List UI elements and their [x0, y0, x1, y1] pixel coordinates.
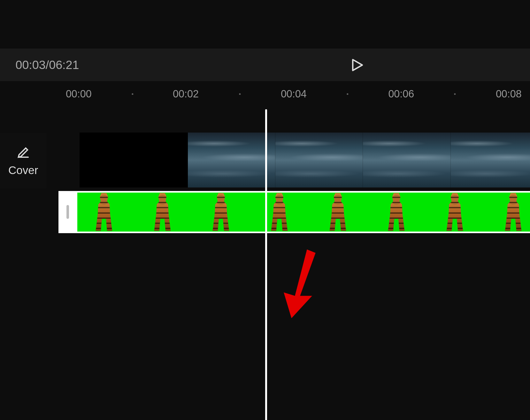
clip-trim-handle-left[interactable] [58, 193, 77, 232]
ruler-mark: 00:02 [173, 88, 199, 100]
main-track-gap [80, 133, 188, 187]
ruler-mark: 00:00 [66, 88, 92, 100]
ruler-mark: 00:08 [496, 88, 522, 100]
annotation-arrow-icon [279, 249, 322, 318]
ruler-tick [454, 93, 456, 95]
main-track[interactable] [80, 133, 530, 187]
svg-marker-0 [353, 59, 362, 70]
overlay-track[interactable]: 02:29 [58, 191, 530, 233]
ruler-tick [239, 93, 241, 95]
ruler-tick [347, 93, 348, 95]
cover-button[interactable]: Cover [0, 133, 46, 188]
cover-label: Cover [8, 164, 38, 177]
timeline-ruler[interactable]: 00:00 00:02 00:04 00:06 00:08 [0, 81, 530, 107]
play-button[interactable] [349, 57, 365, 73]
transport-bar: 00:03/06:21 [0, 49, 530, 81]
video-editor: 00:03/06:21 00:00 00:02 00:04 [0, 0, 530, 420]
playhead[interactable] [265, 109, 267, 420]
timecode: 00:03/06:21 [15, 58, 79, 72]
overlay-clip-thumbnails [77, 193, 530, 232]
ruler-mark: 00:04 [281, 88, 307, 100]
main-track-thumbnails [188, 133, 530, 187]
ruler-mark: 00:06 [388, 88, 414, 100]
svg-marker-1 [284, 249, 316, 318]
ruler-tick [132, 93, 133, 95]
